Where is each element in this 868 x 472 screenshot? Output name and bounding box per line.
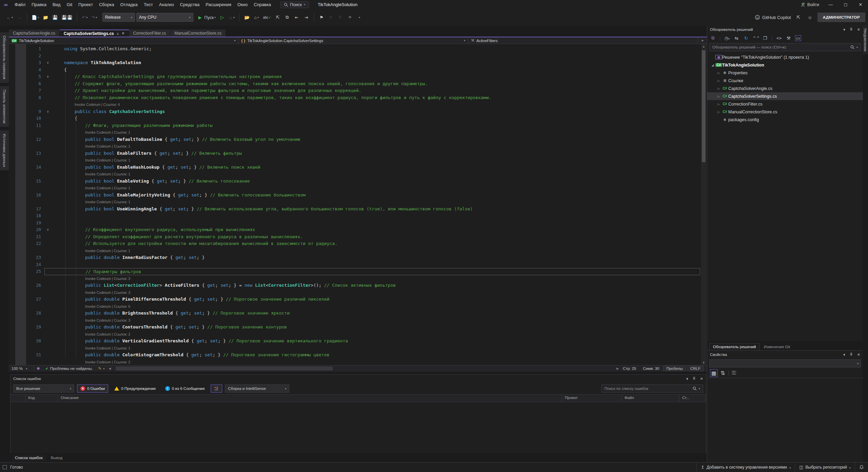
- preview-selected-items-icon[interactable]: ▭: [795, 35, 801, 41]
- menu-Расширения[interactable]: Расширения: [202, 0, 234, 9]
- window-menu-icon[interactable]: ▾: [686, 377, 688, 381]
- line-content[interactable]: Invoke Codeium | Ссылок: 4: [44, 101, 700, 108]
- health-indicator[interactable]: ✺: [34, 366, 43, 371]
- code-line[interactable]: 18: [9, 212, 700, 220]
- line-content[interactable]: [44, 53, 700, 60]
- line-content[interactable]: Invoke Codeium | Ссылок: 1: [44, 199, 700, 206]
- line-content[interactable]: Invoke Codeium | Ссылок: 2: [44, 359, 700, 365]
- properties-object-dropdown[interactable]: ▾: [709, 359, 861, 367]
- explorer-tab[interactable]: Изменения Git: [760, 343, 793, 350]
- panel-tab[interactable]: Список ошибок: [12, 454, 46, 461]
- column-header-Код[interactable]: Код: [25, 395, 58, 402]
- solution-explorer-shortcut-button[interactable]: ⌂▾: [252, 13, 261, 22]
- line-content[interactable]: public double ContoursThreshold { get; s…: [44, 324, 700, 331]
- codelens-row[interactable]: Invoke Codeium | Ссылок: 2: [9, 331, 700, 338]
- tool-strip-tab[interactable]: Панель элементов: [0, 86, 9, 127]
- line-content[interactable]: {: [44, 67, 700, 74]
- breadcrumb-segment[interactable]: C#TikTokAngleSolution▾: [9, 37, 238, 44]
- line-content[interactable]: Invoke Codeium | Ссылок: 3: [44, 317, 700, 324]
- toggle-bookmark-button[interactable]: ⚑: [317, 13, 326, 22]
- line-content[interactable]: ∨// Класс CaptchaSolverSettings для груп…: [44, 73, 700, 80]
- breakpoint-margin[interactable]: [9, 94, 26, 101]
- code-line[interactable]: 12public bool DefaultToBaseline { get; s…: [9, 136, 700, 143]
- code-line[interactable]: 1using System.Collections.Generic;: [9, 45, 700, 53]
- tree-item[interactable]: ▷C#CaptchaSolverAngle.cs: [707, 84, 863, 92]
- scroll-right-icon[interactable]: ▶: [615, 367, 620, 370]
- eol-indicator[interactable]: CRLF: [687, 366, 703, 371]
- scrollbar-thumb[interactable]: [702, 50, 706, 162]
- tree-item[interactable]: ▷⊞Ссылки: [707, 77, 863, 84]
- intellisense-toggle-button[interactable]: ⇱: [274, 13, 282, 22]
- codelens-row[interactable]: Invoke Codeium | Ссылок: 2: [9, 359, 700, 365]
- tree-item[interactable]: ▷C#CaptchaSolverSettings.cs: [707, 92, 863, 100]
- code-line[interactable]: 3∨namespace TikTokAngleSolution: [9, 59, 700, 67]
- messages-view-toggle[interactable]: [211, 384, 222, 393]
- code-line[interactable]: 6// Содержит флаги, управляющие различны…: [9, 80, 700, 88]
- navigate-back-button[interactable]: ←▾: [5, 13, 14, 22]
- code-line[interactable]: 14public bool EnableHashLookup { get; se…: [9, 164, 700, 171]
- hot-reload-button[interactable]: ♨▾: [228, 13, 236, 22]
- code-line[interactable]: 11// Флаги, управляющие различными режим…: [9, 122, 700, 129]
- code-line[interactable]: 9∨public class CaptchaSolverSettings: [9, 108, 700, 115]
- breakpoint-margin[interactable]: [9, 212, 26, 220]
- breakpoint-margin[interactable]: [9, 317, 26, 324]
- breakpoint-margin[interactable]: [9, 324, 26, 331]
- document-problems-indicator[interactable]: ✔ Проблемы не найдены.: [43, 366, 96, 371]
- code-line[interactable]: 29public double ContoursThreshold { get;…: [9, 324, 700, 331]
- pin-icon[interactable]: [849, 353, 853, 356]
- messages-filter-button[interactable]: i 0 из 6 Сообщения: [162, 384, 208, 393]
- code-line[interactable]: 17public bool UseWinningAngle { get; set…: [9, 206, 700, 213]
- code-cleanup-button[interactable]: ✎▾: [96, 366, 108, 371]
- warnings-filter-button[interactable]: 0 Предупреждения: [111, 384, 159, 393]
- fold-collapse-icon[interactable]: ∨: [44, 73, 51, 80]
- breakpoint-margin[interactable]: [9, 261, 26, 268]
- codelens-row[interactable]: Invoke Codeium | Ссылок: 1: [9, 199, 700, 206]
- chevron-collapsed-icon[interactable]: ▷: [716, 87, 721, 90]
- feedback-button[interactable]: ☺: [806, 13, 814, 22]
- code-editor[interactable]: 1using System.Collections.Generic;23∨nam…: [9, 44, 707, 365]
- line-content[interactable]: Invoke Codeium | Ссылок: 3: [44, 275, 700, 282]
- window-menu-icon[interactable]: ▾: [843, 27, 845, 32]
- line-content[interactable]: Invoke Codeium | Ссылок: 1: [44, 247, 700, 254]
- pending-changes-filter-icon[interactable]: ◷▾: [724, 36, 730, 41]
- breakpoint-margin[interactable]: [9, 108, 26, 115]
- error-source-dropdown[interactable]: Сборка и IntelliSense▾: [225, 384, 289, 393]
- code-line[interactable]: 16public bool EnableMajorityVoting { get…: [9, 192, 700, 199]
- editor-vertical-scrollbar[interactable]: ▲ ▼: [701, 44, 706, 365]
- code-line[interactable]: 25// Параметры фильтров: [9, 268, 700, 275]
- chevron-collapsed-icon[interactable]: ▷: [716, 95, 721, 98]
- start-debugging-button[interactable]: ▶ Пуск▾: [197, 13, 217, 22]
- breakpoint-margin[interactable]: [9, 338, 26, 345]
- codelens-row[interactable]: Invoke Codeium | Ссылок: 3: [9, 275, 700, 282]
- undo-button[interactable]: ↶▾: [81, 13, 89, 22]
- line-content[interactable]: // Определяет коэффициент для расчета вн…: [44, 233, 700, 241]
- menu-Справка[interactable]: Справка: [251, 0, 274, 9]
- code-line[interactable]: 22// Используется для настройки точности…: [9, 240, 700, 247]
- breakpoint-margin[interactable]: [9, 101, 26, 108]
- codelens-row[interactable]: Invoke Codeium | Ссылок: 1: [9, 247, 700, 254]
- menu-Файл[interactable]: Файл: [12, 0, 28, 9]
- document-tab[interactable]: CorrectionFilter.cs: [129, 30, 171, 37]
- breakpoint-margin[interactable]: [9, 345, 26, 352]
- fold-collapse-icon[interactable]: ∨: [44, 59, 51, 67]
- line-content[interactable]: Invoke Codeium | Ссылок: 1: [44, 143, 700, 150]
- code-line[interactable]: 13public bool EnableFilters { get; set; …: [9, 150, 700, 157]
- errors-filter-button[interactable]: ✕ 0 Ошибки: [77, 384, 108, 393]
- tree-item[interactable]: ▣Решение "TikTokAngleSolution" (1 проект…: [707, 53, 863, 61]
- panel-tab[interactable]: Вывод: [47, 454, 66, 461]
- previous-bookmark-button[interactable]: ⚐: [327, 13, 335, 22]
- menu-Git[interactable]: Git: [63, 0, 75, 9]
- line-content[interactable]: Invoke Codeium | Ссылок: 1: [44, 185, 700, 192]
- breakpoint-margin[interactable]: [9, 129, 26, 136]
- breakpoint-margin[interactable]: [9, 53, 26, 60]
- breakpoint-margin[interactable]: [9, 289, 26, 296]
- line-content[interactable]: public bool DefaultToBaseline { get; set…: [44, 136, 700, 143]
- line-content[interactable]: public bool EnableFilters { get; set; } …: [44, 150, 700, 157]
- line-content[interactable]: [44, 261, 700, 268]
- error-scope-dropdown[interactable]: Все решение▾: [13, 384, 74, 393]
- code-line[interactable]: 28public double BrightnessThreshold { ge…: [9, 310, 700, 317]
- start-without-debugging-button[interactable]: ▷: [218, 13, 226, 22]
- new-vertical-tab-group-icon[interactable]: +: [698, 38, 707, 43]
- tree-item[interactable]: ▷⚙Properties: [707, 69, 863, 77]
- code-line[interactable]: 5∨// Класс CaptchaSolverSettings для гру…: [9, 73, 700, 80]
